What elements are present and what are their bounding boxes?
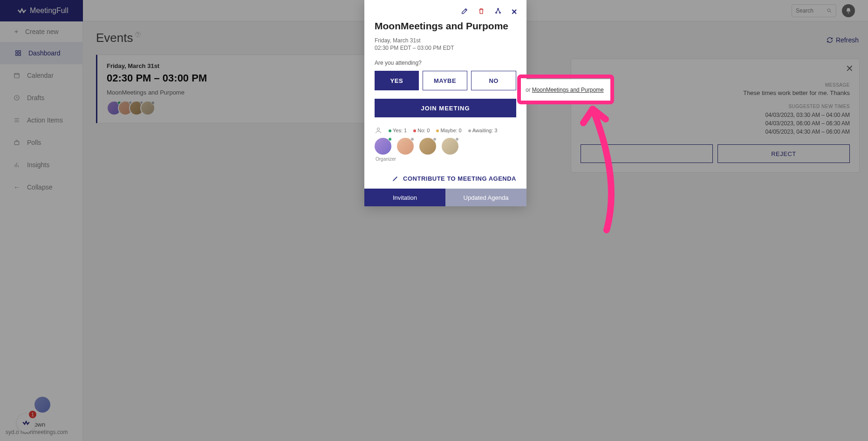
modal-date: Friday, March 31st — [375, 37, 516, 44]
tab-updated-agenda[interactable]: Updated Agenda — [445, 189, 526, 206]
person-icon — [375, 127, 382, 134]
trash-icon[interactable] — [478, 7, 485, 17]
pencil-icon — [392, 175, 399, 182]
attend-no-button[interactable]: NO — [471, 71, 516, 90]
join-meeting-button[interactable]: JOIN MEETING — [375, 99, 516, 117]
close-icon[interactable]: ✕ — [511, 7, 517, 17]
svg-point-12 — [377, 128, 379, 130]
modal-attendees — [375, 138, 516, 155]
avatar[interactable] — [375, 138, 391, 155]
attendee-stats: Yes: 1 No: 0 Maybe: 0 Awaiting: 3 — [375, 127, 516, 134]
annotation-highlight-box — [517, 75, 614, 104]
organizer-label: Organizer — [376, 156, 516, 162]
avatar[interactable] — [397, 138, 414, 155]
share-icon[interactable] — [494, 7, 502, 17]
modal-time: 02:30 PM EDT – 03:00 PM EDT — [375, 45, 516, 51]
attend-maybe-button[interactable]: MAYBE — [423, 71, 468, 90]
attend-yes-button[interactable]: YES — [375, 71, 419, 90]
meeting-modal: ✕ MoonMeetings and Purpome Friday, March… — [364, 0, 526, 206]
attending-question: Are you attending? — [375, 60, 516, 66]
modal-title: MoonMeetings and Purpome — [375, 20, 516, 32]
edit-icon[interactable] — [461, 7, 468, 17]
avatar[interactable] — [442, 138, 458, 155]
tab-invitation[interactable]: Invitation — [364, 189, 445, 206]
contribute-agenda-button[interactable]: CONTRIBUTE TO MEETING AGENDA — [364, 171, 526, 189]
avatar[interactable] — [419, 138, 436, 155]
svg-point-11 — [499, 12, 501, 14]
modal-tabs: Invitation Updated Agenda — [364, 189, 526, 206]
svg-point-9 — [498, 8, 499, 10]
svg-point-10 — [496, 12, 497, 14]
